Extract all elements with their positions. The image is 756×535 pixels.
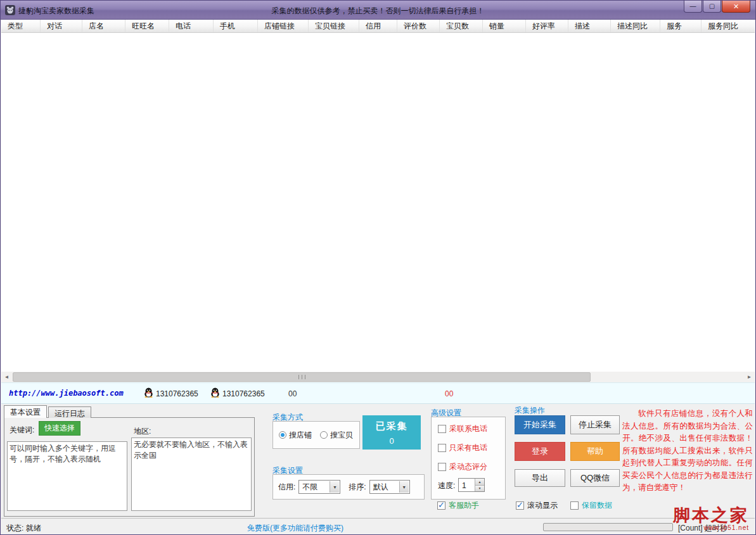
info-bar: http://www.jiebaosoft.com 1310762365 xyxy=(1,382,755,404)
checkbox-label: 采联系电话 xyxy=(449,424,487,434)
watermark-site: www.jb51.net xyxy=(673,524,749,531)
credit-label: 信用: xyxy=(278,482,295,493)
status-bar: 状态: 就绪 免费版(更多功能请付费购买) [Count] 超时秒 xyxy=(1,518,755,534)
chevron-down-icon: ▼ xyxy=(330,481,339,493)
data-grid-body[interactable] xyxy=(1,33,755,372)
radio-search-shop[interactable]: 搜店铺 xyxy=(279,430,312,441)
chevron-down-icon: ▼ xyxy=(399,481,409,493)
qq-penguin-icon xyxy=(210,387,220,400)
checkbox-label: 采动态评分 xyxy=(449,462,487,472)
column-header-phone[interactable]: 电话 xyxy=(169,20,214,32)
app-icon xyxy=(5,5,15,15)
column-header-shop-link[interactable]: 店铺链接 xyxy=(258,20,309,32)
counter-left: 00 xyxy=(288,389,297,398)
qq-contact-2[interactable]: 1310762365 xyxy=(210,387,265,400)
legal-notice-text: 软件只有店铺信息，没有个人和法人信息。所有的数据均为合法、公开。绝不涉及、出售任… xyxy=(622,408,753,494)
column-header-shop-name[interactable]: 店名 xyxy=(82,20,125,32)
maximize-button[interactable]: ▢ xyxy=(703,1,721,13)
speed-value: 1 xyxy=(462,481,466,490)
column-header-wangwang[interactable]: 旺旺名 xyxy=(125,20,169,32)
spin-up-icon[interactable]: ▲ xyxy=(475,479,484,486)
advanced-settings-box: 采联系电话 只采有电话 采动态评分 速度: 1 ▲ ▼ xyxy=(431,417,506,500)
scrollbar-thumb[interactable] xyxy=(13,372,591,382)
checkbox-unchecked-icon xyxy=(438,463,446,471)
checkbox-scroll-display[interactable]: 滚动显示 xyxy=(516,500,558,511)
keyword-input[interactable]: 可以同时输入多个关键字，用逗号，隔开，不输入表示随机 xyxy=(7,441,127,511)
tab-basic-settings[interactable]: 基本设置 xyxy=(4,405,47,418)
login-button[interactable]: 登录 xyxy=(515,442,565,461)
column-header-service-yoy[interactable]: 服务同比 xyxy=(702,20,756,32)
credit-select[interactable]: 不限 ▼ xyxy=(298,480,340,494)
checkbox-unchecked-icon xyxy=(438,444,446,452)
radio-search-item[interactable]: 搜宝贝 xyxy=(320,430,353,441)
horizontal-scrollbar[interactable]: ◄ ► xyxy=(1,372,755,382)
settings-panel: 基本设置 运行日志 关键词: 快速选择 地区: 可以同时输入多个关键字，用逗号，… xyxy=(1,404,755,518)
checkbox-checked-icon xyxy=(437,501,445,510)
qq-contact-1[interactable]: 1310762365 xyxy=(144,387,198,400)
spin-down-icon[interactable]: ▼ xyxy=(475,486,484,492)
sort-label: 排序: xyxy=(349,482,366,493)
qq-wechat-button[interactable]: QQ微信 xyxy=(570,469,620,487)
website-link[interactable]: http://www.jiebaosoft.com xyxy=(9,389,124,398)
grid-column-headers: 类型 对话 店名 旺旺名 电话 手机 店铺链接 宝贝链接 信用 评价数 宝贝数 … xyxy=(1,20,755,33)
speed-label: 速度: xyxy=(438,481,455,491)
checkbox-keep-data[interactable]: 保留数据 xyxy=(570,500,612,511)
titlebar: 捷豹淘宝卖家数据采集 采集的数据仅供参考，禁止买卖！否则一切法律后果自行承担！ … xyxy=(1,1,755,20)
sort-select[interactable]: 默认 ▼ xyxy=(369,480,410,494)
checkbox-label: 客服助手 xyxy=(449,500,479,511)
checkbox-unchecked-icon xyxy=(570,501,579,510)
radio-label: 搜店铺 xyxy=(289,430,312,441)
export-button[interactable]: 导出 xyxy=(515,469,565,487)
spinner-buttons: ▲ ▼ xyxy=(475,479,484,491)
column-header-positive-rate[interactable]: 好评率 xyxy=(526,20,568,32)
column-header-item-count[interactable]: 宝贝数 xyxy=(440,20,483,32)
checkbox-service-assistant[interactable]: 客服助手 xyxy=(437,500,479,511)
close-button[interactable]: ✕ xyxy=(722,1,750,13)
checkbox-label: 滚动显示 xyxy=(527,500,558,511)
checkbox-label: 只采有电话 xyxy=(449,443,487,453)
column-header-description[interactable]: 描述 xyxy=(568,20,611,32)
column-header-mobile[interactable]: 手机 xyxy=(214,20,258,32)
column-header-service[interactable]: 服务 xyxy=(660,20,702,32)
window-title: 捷豹淘宝卖家数据采集 xyxy=(18,6,94,16)
titlebar-warning-text: 采集的数据仅供参考，禁止买卖！否则一切法律后果自行承担！ xyxy=(272,6,485,16)
select-value: 不限 xyxy=(302,482,317,493)
window-controls: — ▢ ✕ xyxy=(683,1,750,13)
counter-right: 00 xyxy=(445,389,453,398)
watermark: 脚本之家 www.jb51.net xyxy=(673,507,749,531)
region-input[interactable]: 无必要就不要输入地区，不输入表示全国 xyxy=(131,437,252,511)
quick-select-button[interactable]: 快速选择 xyxy=(39,421,80,436)
app-window: 捷豹淘宝卖家数据采集 采集的数据仅供参考，禁止买卖！否则一切法律后果自行承担！ … xyxy=(0,0,756,535)
checkbox-checked-icon xyxy=(516,501,524,510)
timeout-trackbar[interactable] xyxy=(543,523,673,531)
select-value: 默认 xyxy=(373,482,388,493)
start-collect-button[interactable]: 开始采集 xyxy=(515,415,565,434)
status-ready-text: 状态: 就绪 xyxy=(6,523,41,534)
checkbox-dsr[interactable]: 采动态评分 xyxy=(438,462,487,472)
checkbox-unchecked-icon xyxy=(438,425,446,433)
radio-selected-icon xyxy=(279,431,286,439)
scroll-left-icon[interactable]: ◄ xyxy=(1,372,12,382)
collected-value: 0 xyxy=(362,436,421,446)
column-header-chat[interactable]: 对话 xyxy=(41,20,82,32)
scroll-right-icon[interactable]: ► xyxy=(744,372,755,382)
edition-upgrade-link[interactable]: 免费版(更多功能请付费购买) xyxy=(247,523,343,534)
tab-run-log[interactable]: 运行日志 xyxy=(48,406,91,418)
column-header-item-link[interactable]: 宝贝链接 xyxy=(309,20,359,32)
collect-settings-box: 信用: 不限 ▼ 排序: 默认 ▼ xyxy=(272,474,425,500)
minimize-button[interactable]: — xyxy=(684,1,702,13)
keyword-label: 关键词: xyxy=(10,425,34,436)
checkbox-contact-phone[interactable]: 采联系电话 xyxy=(438,424,487,434)
column-header-sales[interactable]: 销量 xyxy=(483,20,526,32)
radio-label: 搜宝贝 xyxy=(330,430,353,441)
column-header-credit[interactable]: 信用 xyxy=(359,20,397,32)
checkbox-only-phone[interactable]: 只采有电话 xyxy=(438,443,487,453)
speed-spinner[interactable]: 1 ▲ ▼ xyxy=(458,478,485,492)
collected-counter: 已采集 0 xyxy=(362,415,421,450)
collect-mode-box: 搜店铺 搜宝贝 xyxy=(272,421,360,449)
column-header-review-count[interactable]: 评价数 xyxy=(397,20,440,32)
help-button[interactable]: 帮助 xyxy=(570,442,620,461)
column-header-description-yoy[interactable]: 描述同比 xyxy=(611,20,660,32)
column-header-type[interactable]: 类型 xyxy=(1,20,41,32)
stop-collect-button[interactable]: 停止采集 xyxy=(570,415,620,434)
